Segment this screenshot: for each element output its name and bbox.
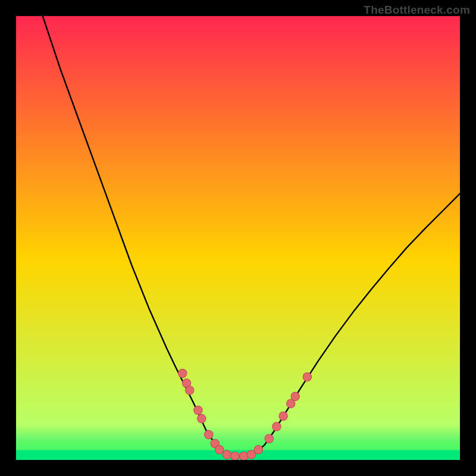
svg-point-13 (231, 452, 239, 460)
chart-container: TheBottleneck.com (0, 0, 476, 476)
svg-rect-1 (16, 427, 460, 443)
svg-point-22 (303, 372, 311, 381)
bottleneck-curve-plot (16, 16, 460, 460)
svg-point-8 (198, 414, 206, 422)
svg-rect-0 (16, 16, 460, 460)
svg-point-14 (240, 452, 248, 460)
svg-rect-2 (16, 441, 460, 450)
svg-point-7 (194, 406, 202, 414)
chart-svg (16, 16, 460, 460)
svg-point-18 (273, 422, 281, 431)
watermark-text: TheBottleneck.com (364, 4, 470, 17)
svg-point-11 (215, 446, 223, 454)
svg-point-16 (254, 446, 262, 454)
svg-point-17 (265, 434, 273, 443)
svg-point-6 (185, 386, 193, 394)
svg-point-12 (223, 450, 231, 459)
svg-point-9 (205, 430, 213, 439)
svg-point-21 (291, 392, 299, 400)
svg-point-4 (178, 369, 187, 377)
svg-point-19 (279, 412, 287, 420)
